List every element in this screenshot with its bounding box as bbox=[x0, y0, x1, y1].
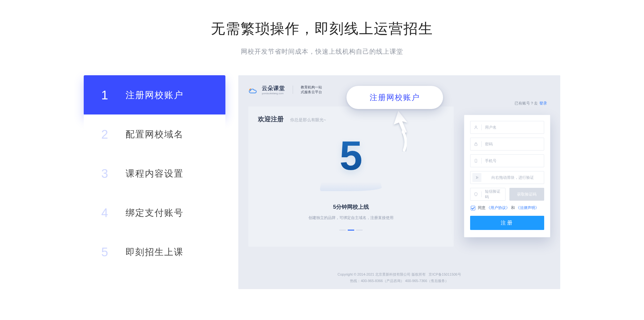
carousel-dot[interactable] bbox=[356, 230, 363, 231]
mock-illus-title: 5分钟网校上线 bbox=[333, 203, 369, 211]
field-placeholder: 向右拖动滑块，进行验证 bbox=[485, 175, 541, 180]
field-placeholder: 密码 bbox=[485, 142, 493, 147]
platform-shadow-icon bbox=[319, 182, 383, 191]
step-item-5-launch[interactable]: 5 即刻招生上课 bbox=[84, 232, 225, 272]
step-item-3-courses[interactable]: 3 课程内容设置 bbox=[84, 154, 225, 194]
lock-icon bbox=[474, 142, 478, 146]
step-item-2-domain[interactable]: 2 配置网校域名 bbox=[84, 114, 225, 154]
phone-icon bbox=[474, 159, 478, 163]
step-list: 1 注册网校账户 2 配置网校域名 3 课程内容设置 4 绑定支付账号 5 即刻… bbox=[84, 75, 225, 272]
mock-signup-column: 已有账号？去 登录 用户名 bbox=[464, 106, 550, 247]
step-number: 3 bbox=[84, 167, 126, 181]
preview-column: 云朵课堂 yunduoketang.com 教育机构一站 式服务云平台 bbox=[238, 75, 560, 289]
existing-account-hint: 已有账号？去 登录 bbox=[515, 101, 547, 106]
content-row: 1 注册网校账户 2 配置网校域名 3 课程内容设置 4 绑定支付账号 5 即刻… bbox=[84, 75, 560, 289]
cloud-logo-icon bbox=[248, 86, 257, 93]
step-number: 5 bbox=[84, 245, 126, 259]
user-agreement-link[interactable]: 《用户协议》 bbox=[487, 206, 510, 210]
carousel-dot-active[interactable] bbox=[348, 230, 354, 231]
mock-illustration: 5 5分钟网校上线 创建独立的品牌，可绑定自主域名，注册直接使用 bbox=[258, 135, 444, 231]
mock-welcome-slogan: 你总是那么有眼光~ bbox=[290, 117, 326, 123]
step-label: 课程内容设置 bbox=[126, 168, 184, 180]
page-subtitle: 网校开发节省时间成本，快速上线机构自己的线上课堂 bbox=[0, 47, 644, 56]
shield-icon bbox=[474, 192, 478, 197]
pointer-arrow-icon bbox=[389, 110, 412, 151]
get-sms-code-button[interactable]: 获取验证码 bbox=[509, 188, 544, 201]
register-preview-screenshot: 云朵课堂 yunduoketang.com 教育机构一站 式服务云平台 bbox=[238, 75, 560, 289]
login-link[interactable]: 登录 bbox=[539, 101, 547, 105]
mock-brand-domain: yunduoketang.com bbox=[262, 92, 285, 95]
step-item-1-register[interactable]: 1 注册网校账户 bbox=[84, 75, 225, 115]
step-item-4-payment[interactable]: 4 绑定支付账号 bbox=[84, 193, 225, 233]
step-number: 4 bbox=[84, 206, 126, 220]
field-placeholder: 用户名 bbox=[485, 125, 497, 130]
mock-brand-name: 云朵课堂 yunduoketang.com bbox=[262, 85, 285, 95]
username-field[interactable]: 用户名 bbox=[470, 121, 544, 134]
step-number: 2 bbox=[84, 128, 126, 142]
agree-text: 同意 《用户协议》 和 《法律声明》 bbox=[478, 205, 539, 211]
password-field[interactable]: 密码 bbox=[470, 138, 544, 151]
mock-footer: Copyright © 2014-2021 北京昱新科技有限公司 版权所有 京I… bbox=[239, 271, 560, 284]
svg-marker-4 bbox=[394, 111, 407, 133]
mock-illus-sub: 创建独立的品牌，可绑定自主域名，注册直接使用 bbox=[308, 215, 393, 221]
phone-field[interactable]: 手机号 bbox=[470, 154, 544, 167]
step-number: 1 bbox=[84, 88, 126, 102]
step-label: 即刻招生上课 bbox=[126, 246, 184, 258]
signup-card: 用户名 密码 bbox=[464, 115, 550, 237]
agree-row: 同意 《用户协议》 和 《法律声明》 bbox=[470, 205, 544, 211]
carousel-dots bbox=[339, 230, 363, 231]
field-placeholder: 手机号 bbox=[485, 158, 497, 164]
slider-handle-icon[interactable] bbox=[472, 173, 481, 182]
agree-checkbox[interactable] bbox=[471, 206, 475, 210]
header-divider bbox=[293, 86, 293, 94]
mock-tagline: 教育机构一站 式服务云平台 bbox=[301, 85, 322, 95]
slider-captcha-field[interactable]: 向右拖动滑块，进行验证 bbox=[470, 171, 544, 184]
register-button[interactable]: 注册 bbox=[470, 216, 544, 230]
mock-hero-panel: 欢迎注册 你总是那么有眼光~ 5 5分钟网校上线 创建独立的品牌，可绑定自主域名… bbox=[248, 106, 454, 247]
landing-step-section: 无需繁琐操作，即刻线上运营招生 网校开发节省时间成本，快速上线机构自己的线上课堂… bbox=[0, 0, 644, 289]
svg-rect-1 bbox=[475, 144, 477, 145]
sms-row: 短信验证码 获取验证码 bbox=[470, 188, 544, 201]
user-icon bbox=[474, 125, 478, 130]
field-placeholder: 短信验证码 bbox=[485, 189, 502, 200]
mock-welcome-row: 欢迎注册 你总是那么有眼光~ bbox=[258, 115, 444, 123]
step-label: 注册网校账户 bbox=[126, 89, 184, 101]
step-label: 绑定支付账号 bbox=[126, 207, 184, 219]
step-label: 配置网校域名 bbox=[126, 128, 184, 141]
page-title: 无需繁琐操作，即刻线上运营招生 bbox=[0, 19, 644, 38]
sms-code-field[interactable]: 短信验证码 bbox=[470, 188, 506, 201]
number-five-icon: 5 bbox=[339, 135, 362, 176]
mock-welcome-title: 欢迎注册 bbox=[258, 115, 284, 123]
svg-point-0 bbox=[475, 126, 477, 127]
legal-statement-link[interactable]: 《法律声明》 bbox=[516, 206, 539, 210]
step-tooltip-bubble: 注册网校账户 bbox=[346, 86, 443, 109]
carousel-dot[interactable] bbox=[339, 230, 346, 231]
icp-link[interactable]: 京ICP备15011506号 bbox=[429, 272, 461, 276]
